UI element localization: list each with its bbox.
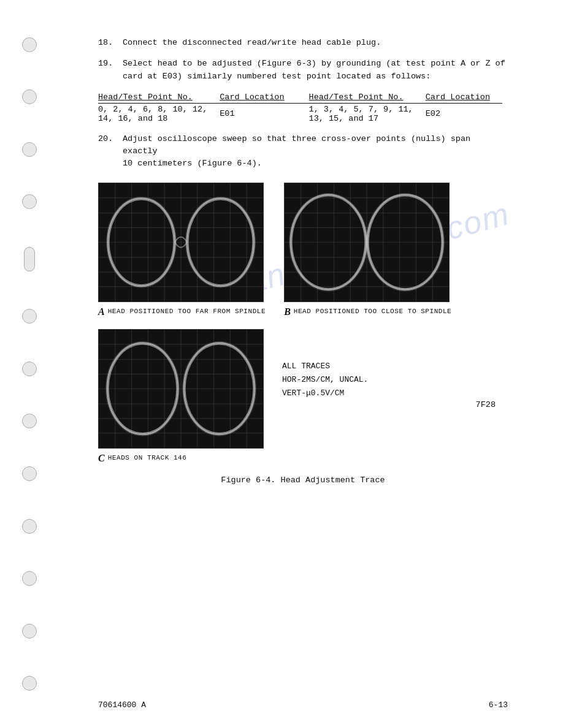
step-18-number: 18.	[98, 37, 123, 49]
footer-right: 6-13	[489, 700, 508, 710]
footer-left: 70614600 A	[98, 700, 146, 710]
hole-12	[22, 676, 37, 691]
oscilloscope-image-b	[284, 183, 450, 302]
head-test-table: Head/Test Point No. Card Location Head/T…	[98, 91, 502, 124]
figure-b: B HEAD POSITIONED TOO CLOSE TO SPINDLE	[284, 183, 451, 317]
hole-11	[22, 624, 37, 639]
page-footer: 70614600 A 6-13	[98, 700, 508, 710]
table-row-1: 0, 2, 4, 6, 8, 10, 12, 14, 16, and 18 E0…	[98, 103, 502, 124]
traces-info-area: ALL TRACES HOR-2MS/CM, UNCAL. VERT-μ0.5V…	[282, 329, 508, 422]
figures-row-1: A HEAD POSITIONED TOO FAR FROM SPINDLE	[98, 183, 508, 317]
svg-point-19	[187, 198, 254, 286]
col2-header: Card Location	[220, 91, 296, 104]
svg-point-43	[291, 194, 366, 289]
col4-header: Card Location	[426, 91, 502, 104]
hole-6	[22, 362, 37, 376]
figure-a-caption: HEAD POSITIONED TOO FAR FROM SPINDLE	[108, 307, 266, 316]
svg-point-65	[107, 343, 178, 434]
row1-col4: E02	[426, 103, 502, 124]
traces-hor: HOR-2MS/CM, UNCAL.	[282, 373, 508, 387]
hole-4	[22, 194, 37, 209]
hole-5	[22, 309, 37, 324]
main-content: 18. Connect the disconnected read/write …	[98, 37, 508, 485]
step-18: 18. Connect the disconnected read/write …	[98, 37, 508, 49]
svg-point-44	[367, 194, 443, 289]
figure-c-caption: HEADS ON TRACK 146	[108, 453, 187, 462]
step-19-number: 19.	[98, 58, 123, 83]
traces-vert: VERT-μ0.5V/CM	[282, 387, 508, 400]
col3-header: Head/Test Point No.	[297, 91, 426, 104]
figure-b-letter: B	[284, 307, 291, 317]
svg-point-66	[184, 343, 255, 434]
figure-c: C HEADS ON TRACK 146	[98, 329, 264, 463]
figure-c-letter: C	[98, 453, 105, 463]
page: manualarchive.com 18. Connect the discon…	[0, 0, 563, 728]
step-20: 20. Adjust oscilloscope sweep so that th…	[98, 133, 508, 170]
figure-a: A HEAD POSITIONED TOO FAR FROM SPINDLE	[98, 183, 266, 317]
oscilloscope-image-a	[98, 183, 264, 302]
col1-header: Head/Test Point No.	[98, 91, 220, 104]
hole-10	[22, 571, 37, 586]
figure-b-label: B HEAD POSITIONED TOO CLOSE TO SPINDLE	[284, 307, 451, 317]
figure-c-label: C HEADS ON TRACK 146	[98, 453, 264, 463]
svg-point-18	[108, 198, 175, 286]
figure-main-caption: Figure 6-4. Head Adjustment Trace	[98, 476, 508, 485]
step-19: 19. Select head to be adjusted (Figure 6…	[98, 58, 508, 83]
step-18-text: Connect the disconnected read/write head…	[123, 37, 508, 49]
traces-info: ALL TRACES HOR-2MS/CM, UNCAL. VERT-μ0.5V…	[282, 329, 508, 400]
step-20-text: Adjust oscilloscope sweep so that three …	[123, 133, 508, 170]
figure-id: 7F28	[282, 400, 508, 422]
hole-3	[22, 142, 37, 157]
figure-b-caption: HEAD POSITIONED TOO CLOSE TO SPINDLE	[294, 307, 451, 316]
hole-7	[22, 414, 37, 428]
step-20-number: 20.	[98, 133, 123, 170]
traces-label: ALL TRACES	[282, 360, 508, 373]
figure-a-letter: A	[98, 307, 105, 317]
hole-1	[22, 37, 37, 52]
row1-col2: E01	[220, 103, 296, 124]
hole-8	[22, 466, 37, 481]
hole-tab	[24, 247, 35, 271]
row1-col3: 1, 3, 4, 5, 7, 9, 11, 13, 15, and 17	[297, 103, 426, 124]
figure-a-label: A HEAD POSITIONED TOO FAR FROM SPINDLE	[98, 307, 266, 317]
figures-row-2: C HEADS ON TRACK 146 ALL TRACES HOR-2MS/…	[98, 329, 508, 463]
step-19-text: Select head to be adjusted (Figure 6-3) …	[123, 58, 508, 83]
oscilloscope-image-c	[98, 329, 264, 449]
hole-9	[22, 519, 37, 534]
row1-col1: 0, 2, 4, 6, 8, 10, 12, 14, 16, and 18	[98, 103, 220, 124]
hole-punches	[17, 0, 42, 728]
hole-2	[22, 89, 37, 104]
